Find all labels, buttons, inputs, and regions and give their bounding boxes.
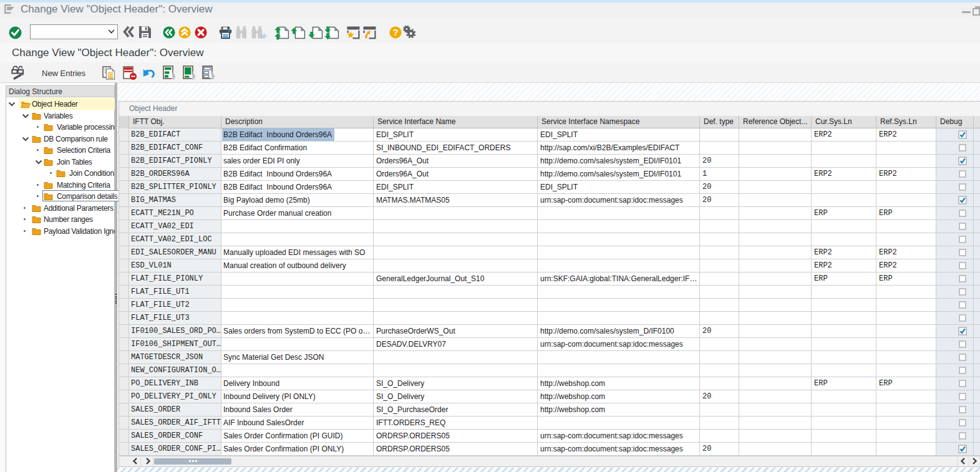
svg-text:?: ? [392, 27, 398, 37]
